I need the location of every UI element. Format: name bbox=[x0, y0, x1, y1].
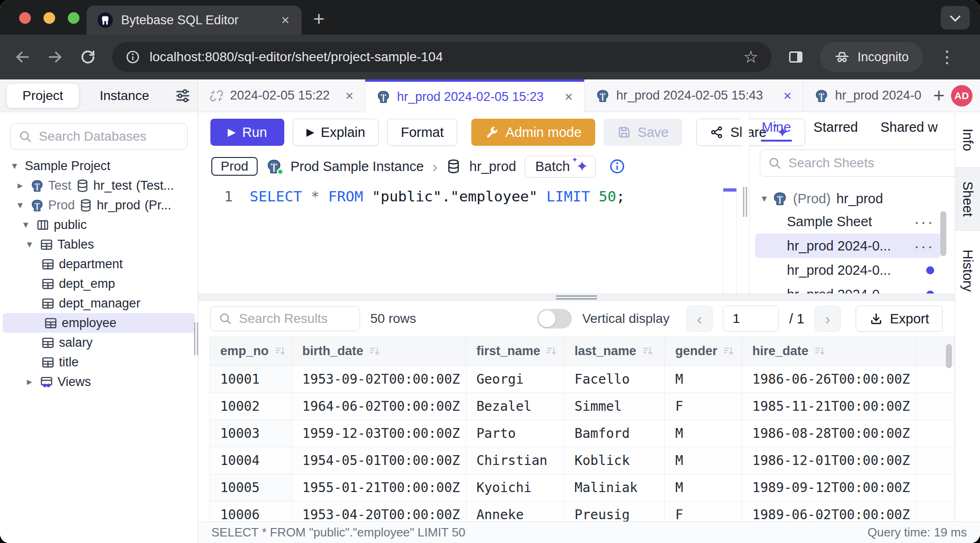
cell[interactable]: 1989-09-12T00:00:00Z bbox=[742, 474, 916, 501]
tree-item-table-department[interactable]: department bbox=[0, 254, 198, 274]
database-search[interactable] bbox=[10, 123, 187, 150]
page-number-input[interactable] bbox=[723, 306, 779, 332]
caret-down-icon[interactable]: ▾ bbox=[23, 238, 36, 250]
explain-button[interactable]: ▶ Explain bbox=[293, 119, 379, 146]
right-tab-info[interactable]: Info bbox=[955, 112, 980, 167]
caret-down-icon[interactable]: ▾ bbox=[8, 160, 21, 172]
back-icon[interactable] bbox=[14, 49, 31, 65]
table-row[interactable]: 100061953-04-20T00:00:00ZAnnekePreusigF1… bbox=[210, 501, 955, 522]
info-icon[interactable] bbox=[609, 158, 626, 175]
admin-mode-button[interactable]: Admin mode bbox=[471, 119, 595, 146]
table-row[interactable]: 100051955-01-21T00:00:00ZKyoichiMaliniak… bbox=[210, 474, 955, 501]
cell[interactable]: F bbox=[665, 501, 742, 522]
tab-shared[interactable]: Shared w bbox=[880, 120, 938, 135]
panel-resize-handle[interactable] bbox=[742, 112, 749, 293]
tab-project[interactable]: Project bbox=[7, 84, 79, 108]
grid-scrollbar-thumb[interactable] bbox=[946, 344, 952, 368]
caret-right-icon[interactable]: ▸ bbox=[14, 179, 26, 192]
tree-item-table-dept_emp[interactable]: dept_emp bbox=[0, 274, 198, 293]
results-resize-handle[interactable] bbox=[198, 293, 955, 301]
vertical-display-toggle[interactable] bbox=[537, 309, 572, 329]
cell[interactable]: Anneke bbox=[466, 501, 564, 522]
cell[interactable]: M bbox=[665, 474, 742, 501]
tree-item-table-salary[interactable]: salary bbox=[0, 333, 198, 352]
forward-icon[interactable] bbox=[47, 49, 64, 65]
window-close-button[interactable] bbox=[19, 12, 31, 24]
cell[interactable]: F bbox=[665, 393, 742, 420]
tree-item-views[interactable]: ▸ Views bbox=[0, 372, 198, 392]
browser-menu-icon[interactable]: ⋮ bbox=[939, 47, 956, 67]
database-name[interactable]: hr_prod bbox=[469, 159, 516, 174]
tree-item-project[interactable]: ▾ Sample Project bbox=[0, 156, 198, 176]
caret-right-icon[interactable]: ▸ bbox=[23, 376, 36, 388]
close-icon[interactable]: × bbox=[779, 88, 792, 104]
caret-down-icon[interactable]: ▾ bbox=[14, 199, 26, 211]
caret-down-icon[interactable]: ▾ bbox=[20, 219, 32, 231]
new-worksheet-button[interactable]: + bbox=[927, 79, 951, 112]
right-tab-history[interactable]: History bbox=[955, 231, 980, 310]
sort-icon[interactable] bbox=[814, 345, 826, 357]
format-button[interactable]: Format bbox=[387, 119, 457, 146]
sheet-item[interactable]: hr_prod 2024-0 bbox=[755, 282, 941, 293]
sort-icon[interactable] bbox=[369, 345, 381, 357]
cell[interactable]: 1955-01-21T00:00:00Z bbox=[292, 474, 466, 501]
sort-icon[interactable] bbox=[274, 345, 286, 357]
batch-button[interactable]: Batch ✦ bbox=[525, 156, 596, 178]
cell[interactable]: 1986-06-26T00:00:00Z bbox=[742, 366, 916, 393]
cell[interactable]: 10004 bbox=[210, 447, 292, 474]
cell[interactable]: Preusig bbox=[564, 501, 664, 522]
sheet-item[interactable]: hr_prod 2024-0... bbox=[755, 258, 941, 282]
sheet-group[interactable]: ▾ (Prod) hr_prod bbox=[749, 188, 955, 209]
new-tab-button[interactable]: + bbox=[305, 6, 332, 33]
user-avatar[interactable]: AD bbox=[951, 85, 973, 107]
sheet-item[interactable]: Sample Sheet··· bbox=[755, 209, 941, 234]
cell[interactable]: Chirstian bbox=[466, 447, 564, 474]
sheet-item[interactable]: hr_prod 2024-0...··· bbox=[755, 234, 941, 258]
table-row[interactable]: 100011953-09-02T00:00:00ZGeorgiFacelloM1… bbox=[210, 366, 955, 393]
right-tab-sheet[interactable]: Sheet bbox=[955, 167, 980, 231]
column-header-hire_date[interactable]: hire_date bbox=[742, 337, 916, 366]
sql-code-editor[interactable]: 1 SELECT * FROM "public"."employee" LIMI… bbox=[198, 180, 742, 293]
cell[interactable]: Koblick bbox=[564, 447, 664, 474]
sort-icon[interactable] bbox=[723, 345, 735, 357]
sheet-search[interactable] bbox=[760, 150, 955, 177]
side-panel-icon[interactable] bbox=[787, 49, 804, 65]
next-page-button[interactable]: › bbox=[814, 306, 841, 332]
cell[interactable]: M bbox=[665, 366, 742, 393]
tree-item-table-employee[interactable]: employee bbox=[3, 313, 195, 333]
cell[interactable]: 1989-06-02T00:00:00Z bbox=[742, 501, 916, 522]
cell[interactable]: 1986-12-01T00:00:00Z bbox=[742, 447, 916, 474]
browser-tab[interactable]: Bytebase SQL Editor × bbox=[86, 6, 302, 35]
sort-icon[interactable] bbox=[642, 345, 654, 357]
column-header-emp_no[interactable]: emp_no bbox=[210, 337, 292, 366]
cell[interactable]: 10006 bbox=[210, 501, 292, 522]
tab-instance[interactable]: Instance bbox=[84, 84, 165, 108]
cell[interactable]: 1959-12-03T00:00:00Z bbox=[292, 420, 466, 447]
cell[interactable]: Parto bbox=[466, 420, 564, 447]
cell[interactable]: Georgi bbox=[466, 366, 564, 393]
tab-starred[interactable]: Starred bbox=[814, 120, 858, 135]
window-minimize-button[interactable] bbox=[43, 12, 55, 24]
sheet-menu-icon[interactable]: ··· bbox=[914, 237, 934, 255]
table-row[interactable]: 100041954-05-01T00:00:00ZChirstianKoblic… bbox=[210, 447, 955, 474]
tab-close-icon[interactable]: × bbox=[279, 12, 291, 28]
worksheet-tab[interactable]: hr_prod 2024-02-05 15:43× bbox=[584, 79, 803, 112]
cell[interactable]: 1953-09-02T00:00:00Z bbox=[292, 366, 466, 393]
close-icon[interactable]: × bbox=[561, 89, 573, 105]
cell[interactable]: Simmel bbox=[564, 393, 664, 420]
cell[interactable]: 10002 bbox=[210, 393, 292, 420]
cell[interactable]: 1953-04-20T00:00:00Z bbox=[292, 501, 466, 522]
save-button[interactable]: Save bbox=[604, 119, 682, 146]
database-search-input[interactable] bbox=[39, 129, 180, 144]
sort-icon[interactable] bbox=[546, 345, 557, 357]
cell[interactable]: 10005 bbox=[210, 474, 292, 501]
sheet-search-input[interactable] bbox=[788, 156, 955, 171]
sheet-menu-icon[interactable]: ··· bbox=[914, 213, 934, 231]
window-zoom-button[interactable] bbox=[68, 12, 79, 24]
close-icon[interactable]: × bbox=[341, 88, 353, 104]
run-button[interactable]: ▶ Run bbox=[210, 119, 284, 146]
results-search-input[interactable] bbox=[239, 311, 352, 326]
cell[interactable]: Facello bbox=[564, 366, 664, 393]
export-button[interactable]: Export bbox=[856, 306, 943, 332]
results-search[interactable] bbox=[210, 306, 360, 331]
